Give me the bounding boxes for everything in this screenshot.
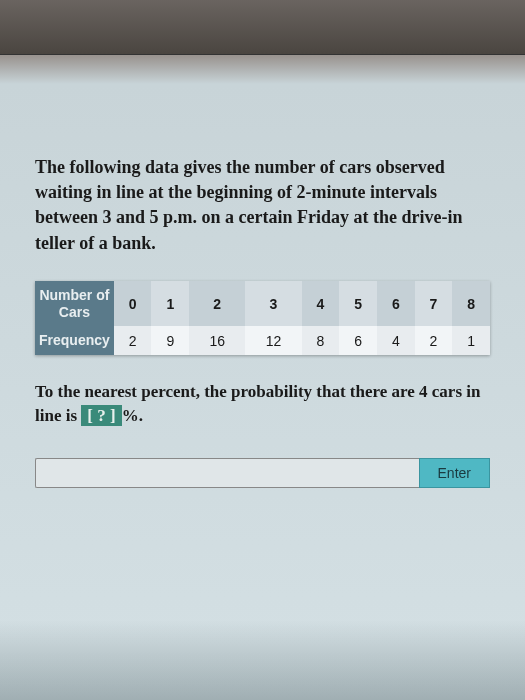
- freq-cell: 2: [114, 326, 152, 355]
- input-row: Enter: [35, 458, 490, 488]
- cars-cell: 3: [245, 281, 301, 327]
- cars-cell: 7: [415, 281, 453, 327]
- prompt-text: To the nearest percent, the probability …: [35, 380, 490, 428]
- cars-cell: 2: [189, 281, 245, 327]
- cars-cell: 8: [452, 281, 490, 327]
- cars-cell: 5: [339, 281, 377, 327]
- enter-button[interactable]: Enter: [419, 458, 490, 488]
- table-row-cars: Number of Cars 0 1 2 3 4 5 6 7 8: [35, 281, 490, 327]
- row-header-frequency: Frequency: [35, 326, 114, 355]
- answer-input[interactable]: [35, 458, 419, 488]
- freq-cell: 8: [302, 326, 340, 355]
- cars-cell: 1: [151, 281, 189, 327]
- prompt-post: %.: [122, 406, 143, 425]
- question-text: The following data gives the number of c…: [35, 155, 490, 256]
- freq-cell: 2: [415, 326, 453, 355]
- cars-cell: 4: [302, 281, 340, 327]
- bottom-shadow: [0, 620, 525, 700]
- answer-blank: [ ? ]: [81, 405, 121, 426]
- row-header-cars: Number of Cars: [35, 281, 114, 327]
- freq-cell: 1: [452, 326, 490, 355]
- freq-cell: 12: [245, 326, 301, 355]
- freq-cell: 16: [189, 326, 245, 355]
- top-dark-band: [0, 0, 525, 55]
- table-row-frequency: Frequency 2 9 16 12 8 6 4 2 1: [35, 326, 490, 355]
- cars-cell: 6: [377, 281, 415, 327]
- freq-cell: 4: [377, 326, 415, 355]
- freq-cell: 6: [339, 326, 377, 355]
- data-table: Number of Cars 0 1 2 3 4 5 6 7 8 Frequen…: [35, 281, 490, 355]
- cars-cell: 0: [114, 281, 152, 327]
- freq-cell: 9: [151, 326, 189, 355]
- content-area: The following data gives the number of c…: [0, 55, 525, 488]
